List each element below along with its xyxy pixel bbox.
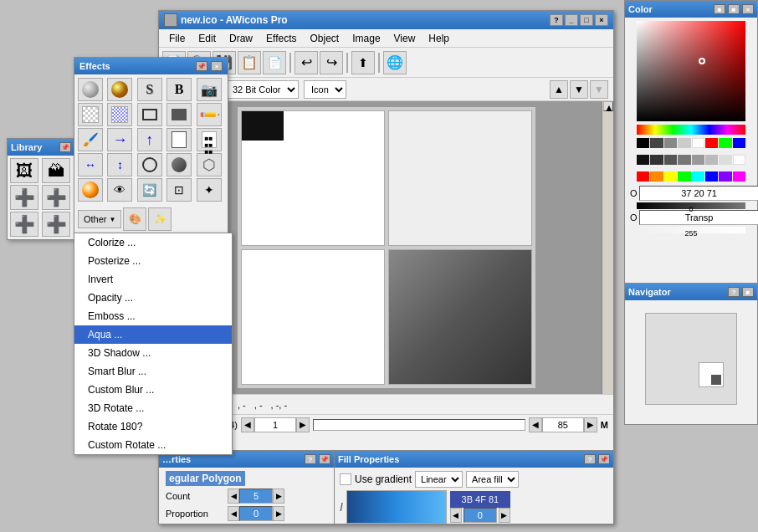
swatch-g5[interactable] — [692, 155, 704, 165]
proportion-input[interactable] — [239, 506, 273, 521]
swatch-r3[interactable] — [664, 171, 677, 182]
swatch-g4[interactable] — [678, 155, 690, 165]
swatch-r5[interactable] — [692, 171, 704, 182]
camera-effect-btn[interactable]: 📷 — [197, 78, 222, 101]
rotate-180-menu-item[interactable]: Rotate 180? — [74, 417, 232, 436]
swatch-red[interactable] — [705, 138, 718, 148]
lib-item-5[interactable]: ➕ — [10, 212, 38, 237]
menu-file[interactable]: File — [162, 31, 192, 46]
close-window-button[interactable]: × — [595, 14, 608, 26]
redo-button[interactable]: ↪ — [320, 51, 343, 74]
hue-slider[interactable] — [637, 125, 745, 135]
opacity-menu-item[interactable]: Opacity ... — [74, 289, 232, 307]
circle-filled-effect-btn[interactable] — [166, 153, 192, 176]
menu-effects[interactable]: Effects — [259, 31, 303, 46]
3d-rotate-menu-item[interactable]: 3D Rotate ... — [74, 399, 232, 417]
brush-size-input[interactable] — [254, 417, 296, 432]
vertical-scrollbar[interactable]: ▲ — [602, 101, 613, 394]
arrow-ud-effect-btn[interactable]: ↕ — [107, 153, 132, 176]
dots-effect-btn[interactable] — [107, 103, 132, 126]
swatch-white[interactable] — [692, 138, 704, 148]
rotate-effect-btn[interactable]: 🔄 — [137, 178, 162, 202]
down-arrow-button[interactable]: ▼ — [590, 80, 608, 99]
effects-pin-button[interactable]: 📌 — [196, 61, 207, 71]
color-sphere-effect-btn[interactable] — [107, 78, 132, 101]
menu-edit[interactable]: Edit — [192, 31, 223, 46]
fill-increase-btn[interactable]: ▶ — [499, 508, 510, 523]
swatch-blue[interactable] — [733, 138, 745, 148]
rect-filled-effect-btn[interactable] — [166, 103, 192, 126]
emboss-menu-item[interactable]: Emboss ... — [74, 307, 232, 325]
lib-item-4[interactable]: ➕ — [42, 185, 70, 210]
b-effect-btn[interactable]: B — [166, 78, 192, 101]
web-button[interactable]: 🌐 — [383, 51, 407, 74]
fill-num-input[interactable] — [464, 508, 497, 523]
up-arrow-button[interactable]: ▲ — [550, 80, 568, 99]
colorize-menu-item[interactable]: Colorize ... — [74, 233, 232, 252]
color-transp-slider-input[interactable] — [637, 230, 745, 237]
eye-effect-btn[interactable]: 👁 — [107, 178, 132, 202]
nav-help-button[interactable]: ? — [728, 287, 740, 297]
paste-button[interactable]: 📄 — [263, 51, 286, 74]
swatch-light-gray[interactable] — [678, 138, 690, 148]
menu-image[interactable]: Image — [346, 31, 387, 46]
other-dropdown-button[interactable]: Other ▼ — [78, 210, 121, 228]
menu-object[interactable]: Object — [304, 31, 346, 46]
custom-rotate-menu-item[interactable]: Custom Rotate ... — [74, 436, 232, 454]
canvas-cell-4[interactable] — [388, 249, 532, 385]
swatch-gray[interactable] — [664, 138, 677, 148]
transform-effect-btn[interactable]: ⊡ — [166, 178, 192, 202]
maximize-button[interactable]: □ — [580, 14, 593, 26]
swatch-r2[interactable] — [650, 171, 663, 182]
swatch-black[interactable] — [637, 138, 649, 148]
color-o-slider[interactable] — [637, 202, 745, 209]
lib-item-1[interactable]: 🖼 — [10, 158, 38, 183]
lib-item-2[interactable]: 🏔 — [42, 158, 70, 183]
canvas-cell-3[interactable] — [241, 249, 385, 385]
canvas-cell-2[interactable] — [388, 110, 532, 246]
swatch-g2[interactable] — [650, 155, 663, 165]
swatch-dark-gray[interactable] — [650, 138, 663, 148]
fill-pin-button[interactable]: 📌 — [598, 454, 610, 464]
pencil-effect-btn[interactable]: ✏️ — [197, 103, 222, 126]
count-increase-btn[interactable]: ▶ — [273, 489, 284, 504]
nav-value-input[interactable] — [542, 417, 584, 432]
swatch-g7[interactable] — [719, 155, 731, 165]
smart-blur-menu-item[interactable]: Smart Blur ... — [74, 362, 232, 381]
page2-effect-btn[interactable]: ■■■■■■ — [197, 128, 222, 151]
circle-outline-effect-btn[interactable] — [137, 153, 162, 176]
props-pin-button[interactable]: 📌 — [319, 454, 330, 464]
color-picker-box[interactable] — [637, 21, 745, 121]
canvas-cell-1[interactable] — [241, 110, 385, 246]
gradient-type-select[interactable]: Linear — [415, 471, 463, 488]
swatch-r6[interactable] — [705, 171, 718, 182]
nav-increase-button[interactable]: ▶ — [584, 417, 597, 432]
color-depth-select[interactable]: 32 Bit Color — [225, 80, 299, 99]
swatch-g6[interactable] — [705, 155, 718, 165]
lib-item-3[interactable]: ➕ — [10, 185, 38, 210]
custom-blur-menu-item[interactable]: Custom Blur ... — [74, 381, 232, 399]
hexagon-effect-btn[interactable]: ⬡ — [197, 153, 222, 176]
help-button[interactable]: ? — [550, 14, 563, 26]
fill-help-button[interactable]: ? — [584, 454, 596, 464]
color-slider-input[interactable] — [637, 206, 745, 212]
brush-size-slider[interactable] — [313, 419, 525, 431]
s-effect-btn[interactable]: S — [137, 78, 162, 101]
gradient-color-bar[interactable] — [346, 490, 447, 524]
use-gradient-checkbox[interactable] — [340, 473, 351, 485]
color-rgb-input[interactable] — [639, 186, 758, 201]
effects-close-button[interactable]: × — [211, 61, 223, 71]
swatch-r8[interactable] — [733, 171, 745, 182]
proportion-increase-btn[interactable]: ▶ — [273, 506, 284, 521]
menu-view[interactable]: View — [387, 31, 423, 46]
swatch-r1[interactable] — [637, 171, 649, 182]
menu-help[interactable]: Help — [422, 31, 456, 46]
extra-tool-btn1[interactable]: 🎨 — [123, 207, 146, 231]
sphere-effect-btn[interactable] — [78, 78, 103, 101]
nav-decrease-button[interactable]: ◀ — [529, 417, 542, 432]
checker-effect-btn[interactable] — [78, 103, 103, 126]
color-transp-slider[interactable] — [637, 227, 745, 233]
area-fill-select[interactable]: Area fill — [466, 471, 519, 488]
aqua-menu-item[interactable]: Aqua ... — [74, 325, 232, 344]
swatch-r4[interactable] — [678, 171, 690, 182]
